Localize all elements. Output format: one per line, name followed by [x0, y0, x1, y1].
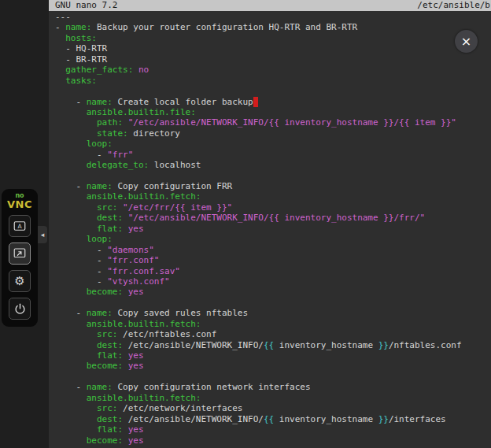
keyboard-icon: A: [13, 219, 27, 233]
nano-file-path: /etc/ansible/b: [417, 0, 490, 11]
code-line: src: /etc/nftables.conf: [55, 329, 491, 339]
editor-lines: ---- name: Backup your router configurat…: [55, 12, 491, 446]
gear-icon: ⚙: [14, 276, 24, 287]
viewport-drag-icon: [13, 246, 27, 261]
code-line: loop:: [55, 234, 491, 244]
code-line: [55, 86, 491, 96]
code-line: flat: yes: [55, 350, 491, 361]
vnc-control-panel: no VNC A ⚙: [2, 189, 38, 327]
code-line: - "frr": [55, 150, 491, 160]
code-line: hosts:: [55, 33, 491, 43]
viewport-drag-button[interactable]: [9, 243, 31, 265]
code-line: - name: Copy configuration FRR: [55, 181, 491, 191]
code-line: dest: "/etc/ansible/NETWORK_INFO/{{ inve…: [55, 213, 491, 223]
code-line: - "frr.conf.sav": [55, 266, 491, 276]
code-line: - "daemons": [55, 245, 491, 255]
code-line: loop:: [55, 139, 491, 149]
code-line: ansible.builtin.file:: [55, 107, 491, 117]
code-line: gather_facts: no: [55, 65, 491, 75]
code-line: become: yes: [55, 435, 491, 446]
code-line: path: "/etc/ansible/NETWORK_INFO/{{ inve…: [55, 117, 491, 128]
keyboard-button[interactable]: A: [9, 215, 31, 237]
close-icon: ×: [461, 34, 471, 49]
code-line: ansible.builtin.fetch:: [55, 191, 491, 202]
power-icon: [13, 302, 27, 316]
code-line: - name: Backup your router configuration…: [55, 22, 491, 32]
code-line: flat: yes: [55, 424, 491, 435]
code-line: - name: Copy saved rules nftables: [55, 308, 491, 318]
code-line: [55, 372, 491, 382]
code-line: src: "/etc/frr/{{ item }}": [55, 202, 491, 213]
terminal-window[interactable]: GNU nano 7.2 /etc/ansible/b ---- name: B…: [49, 0, 491, 448]
code-line: - name: Create local folder backup: [55, 97, 491, 107]
chevron-left-icon: ◂: [41, 231, 45, 239]
editor[interactable]: ---- name: Backup your router configurat…: [49, 11, 491, 446]
disconnect-button[interactable]: [9, 298, 31, 320]
code-line: ---: [55, 12, 491, 22]
code-line: - "frr.conf": [55, 255, 491, 265]
code-line: - BR-RTR: [55, 54, 491, 65]
settings-button[interactable]: ⚙: [9, 270, 31, 292]
nano-version-label: GNU nano 7.2: [55, 0, 117, 11]
svg-text:A: A: [17, 223, 22, 230]
code-line: src: /etc/network/interfaces: [55, 403, 491, 413]
code-line: [55, 171, 491, 181]
panel-collapse-handle[interactable]: ◂: [38, 226, 47, 243]
code-line: ansible.builtin.fetch:: [55, 319, 491, 329]
code-line: flat: yes: [55, 224, 491, 234]
code-line: state: directory: [55, 128, 491, 139]
code-line: dest: /etc/ansible/NETWORK_INFO/{{ inven…: [55, 340, 491, 350]
code-line: [55, 298, 491, 308]
close-button[interactable]: ×: [455, 30, 478, 53]
code-line: - "vtysh.conf": [55, 276, 491, 287]
novnc-logo: no VNC: [7, 193, 32, 209]
code-line: - HQ-RTR: [55, 43, 491, 54]
code-line: ansible.builtin.fetch:: [55, 393, 491, 403]
code-line: become: yes: [55, 361, 491, 371]
code-line: become: yes: [55, 287, 491, 297]
novnc-logo-vnc: VNC: [7, 199, 32, 209]
code-line: dest: /etc/ansible/NETWORK_INFO/{{ inven…: [55, 414, 491, 424]
nano-title-bar: GNU nano 7.2 /etc/ansible/b: [49, 0, 491, 11]
code-line: - name: Copy configuration network inter…: [55, 382, 491, 392]
code-line: delegate_to: localhost: [55, 160, 491, 170]
code-line: tasks:: [55, 76, 491, 86]
